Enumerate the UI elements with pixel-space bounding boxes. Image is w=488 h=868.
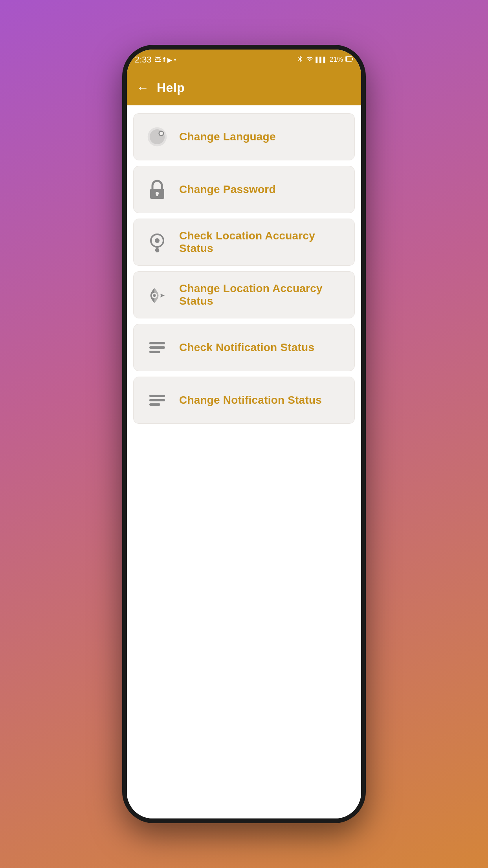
menu-item-change-password[interactable]: Change Password bbox=[133, 166, 355, 213]
status-right: ▌▌▌ 21% bbox=[297, 55, 353, 64]
svg-rect-18 bbox=[149, 351, 160, 353]
wifi-icon bbox=[306, 55, 313, 64]
youtube-icon: ▶ bbox=[167, 56, 172, 64]
menu-item-change-language[interactable]: Change Language bbox=[133, 113, 355, 160]
bluetooth-icon bbox=[297, 55, 304, 64]
status-icons: 🖼 f ▶ • bbox=[155, 56, 176, 64]
svg-point-12 bbox=[156, 251, 159, 252]
battery-text: 21% bbox=[330, 56, 343, 64]
check-location-label: Check Location Accuarcy Status bbox=[179, 230, 343, 255]
menu-item-check-notification[interactable]: Check Notification Status bbox=[133, 324, 355, 371]
status-left: 2:33 🖼 f ▶ • bbox=[135, 55, 176, 65]
photo-icon: 🖼 bbox=[155, 56, 161, 63]
back-button[interactable]: ← bbox=[136, 81, 149, 94]
svg-rect-9 bbox=[156, 193, 158, 196]
svg-rect-2 bbox=[352, 58, 353, 60]
status-bar: 2:33 🖼 f ▶ • ▌▌▌ 21% bbox=[127, 50, 361, 70]
signal-icon: ▌▌▌ bbox=[316, 57, 327, 63]
svg-rect-20 bbox=[149, 399, 165, 401]
phone-frame: 2:33 🖼 f ▶ • ▌▌▌ 21% bbox=[122, 45, 366, 823]
lock-icon bbox=[145, 177, 170, 202]
menu-item-change-notification[interactable]: Change Notification Status bbox=[133, 377, 355, 424]
menu-item-check-location[interactable]: Check Location Accuarcy Status bbox=[133, 219, 355, 266]
menu-item-change-location[interactable]: Change Location Accuarcy Status bbox=[133, 271, 355, 318]
battery-icon bbox=[345, 56, 353, 63]
location-circle-icon bbox=[145, 230, 170, 255]
svg-rect-21 bbox=[149, 403, 160, 406]
svg-marker-15 bbox=[160, 294, 165, 298]
svg-rect-16 bbox=[149, 342, 165, 344]
change-location-label: Change Location Accuarcy Status bbox=[179, 282, 343, 307]
svg-rect-19 bbox=[149, 395, 165, 397]
toolbar: ← Help bbox=[127, 70, 361, 105]
lines-icon-2 bbox=[145, 388, 170, 413]
change-notification-label: Change Notification Status bbox=[179, 394, 322, 406]
bottom-spacer bbox=[133, 429, 355, 811]
svg-point-6 bbox=[160, 132, 163, 135]
svg-rect-17 bbox=[149, 346, 165, 349]
location-arrow-icon bbox=[145, 282, 170, 307]
lines-icon-1 bbox=[145, 335, 170, 360]
change-language-label: Change Language bbox=[179, 131, 276, 143]
svg-point-11 bbox=[155, 238, 160, 243]
content: Change Language Change Password bbox=[127, 105, 361, 818]
svg-rect-1 bbox=[346, 57, 347, 61]
status-time: 2:33 bbox=[135, 55, 152, 65]
facebook-icon: f bbox=[163, 56, 165, 64]
dot-icon: • bbox=[174, 56, 176, 63]
svg-point-14 bbox=[153, 294, 156, 297]
change-password-label: Change Password bbox=[179, 183, 276, 196]
phone-inner: 2:33 🖼 f ▶ • ▌▌▌ 21% bbox=[127, 50, 361, 818]
check-notification-label: Check Notification Status bbox=[179, 341, 314, 354]
toggle-icon bbox=[145, 124, 170, 149]
page-title: Help bbox=[157, 81, 185, 95]
